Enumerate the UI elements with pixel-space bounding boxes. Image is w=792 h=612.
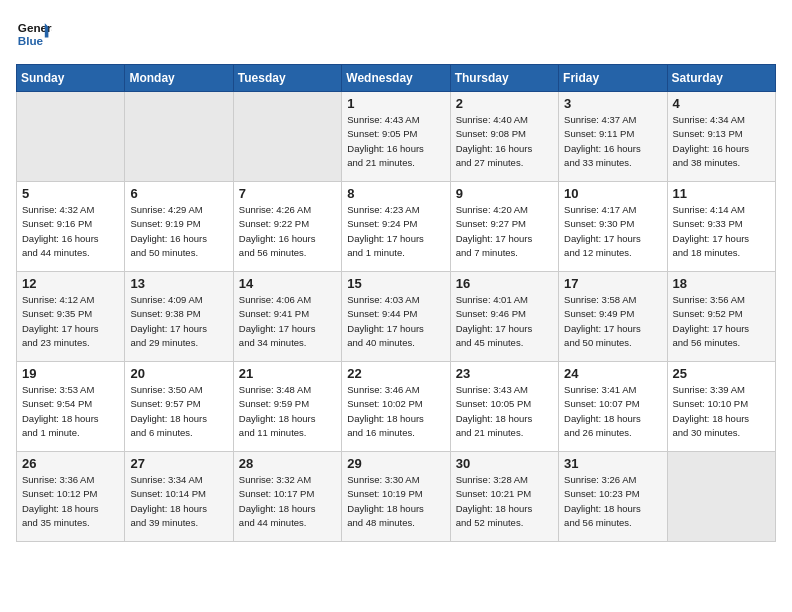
day-info: Sunrise: 4:23 AM Sunset: 9:24 PM Dayligh… xyxy=(347,203,444,260)
calendar-cell: 5Sunrise: 4:32 AM Sunset: 9:16 PM Daylig… xyxy=(17,182,125,272)
calendar-cell: 4Sunrise: 4:34 AM Sunset: 9:13 PM Daylig… xyxy=(667,92,775,182)
day-info: Sunrise: 4:40 AM Sunset: 9:08 PM Dayligh… xyxy=(456,113,553,170)
day-info: Sunrise: 4:29 AM Sunset: 9:19 PM Dayligh… xyxy=(130,203,227,260)
calendar-cell: 15Sunrise: 4:03 AM Sunset: 9:44 PM Dayli… xyxy=(342,272,450,362)
day-info: Sunrise: 3:58 AM Sunset: 9:49 PM Dayligh… xyxy=(564,293,661,350)
day-info: Sunrise: 4:37 AM Sunset: 9:11 PM Dayligh… xyxy=(564,113,661,170)
calendar-cell: 7Sunrise: 4:26 AM Sunset: 9:22 PM Daylig… xyxy=(233,182,341,272)
day-info: Sunrise: 3:50 AM Sunset: 9:57 PM Dayligh… xyxy=(130,383,227,440)
weekday-header: Thursday xyxy=(450,65,558,92)
day-info: Sunrise: 3:28 AM Sunset: 10:21 PM Daylig… xyxy=(456,473,553,530)
calendar-cell: 23Sunrise: 3:43 AM Sunset: 10:05 PM Dayl… xyxy=(450,362,558,452)
calendar-cell: 9Sunrise: 4:20 AM Sunset: 9:27 PM Daylig… xyxy=(450,182,558,272)
calendar-cell: 1Sunrise: 4:43 AM Sunset: 9:05 PM Daylig… xyxy=(342,92,450,182)
day-info: Sunrise: 4:17 AM Sunset: 9:30 PM Dayligh… xyxy=(564,203,661,260)
calendar-cell: 28Sunrise: 3:32 AM Sunset: 10:17 PM Dayl… xyxy=(233,452,341,542)
day-number: 12 xyxy=(22,276,119,291)
day-info: Sunrise: 4:26 AM Sunset: 9:22 PM Dayligh… xyxy=(239,203,336,260)
logo: General Blue xyxy=(16,16,52,52)
weekday-header: Tuesday xyxy=(233,65,341,92)
day-number: 15 xyxy=(347,276,444,291)
day-number: 14 xyxy=(239,276,336,291)
calendar-cell xyxy=(667,452,775,542)
day-info: Sunrise: 3:36 AM Sunset: 10:12 PM Daylig… xyxy=(22,473,119,530)
day-number: 9 xyxy=(456,186,553,201)
day-info: Sunrise: 3:56 AM Sunset: 9:52 PM Dayligh… xyxy=(673,293,770,350)
day-number: 19 xyxy=(22,366,119,381)
calendar-cell: 31Sunrise: 3:26 AM Sunset: 10:23 PM Dayl… xyxy=(559,452,667,542)
day-number: 21 xyxy=(239,366,336,381)
page-header: General Blue xyxy=(16,16,776,52)
day-info: Sunrise: 3:26 AM Sunset: 10:23 PM Daylig… xyxy=(564,473,661,530)
day-number: 16 xyxy=(456,276,553,291)
calendar-cell: 14Sunrise: 4:06 AM Sunset: 9:41 PM Dayli… xyxy=(233,272,341,362)
day-number: 28 xyxy=(239,456,336,471)
day-info: Sunrise: 4:01 AM Sunset: 9:46 PM Dayligh… xyxy=(456,293,553,350)
calendar-cell: 2Sunrise: 4:40 AM Sunset: 9:08 PM Daylig… xyxy=(450,92,558,182)
day-info: Sunrise: 4:09 AM Sunset: 9:38 PM Dayligh… xyxy=(130,293,227,350)
calendar-table: SundayMondayTuesdayWednesdayThursdayFrid… xyxy=(16,64,776,542)
calendar-cell: 3Sunrise: 4:37 AM Sunset: 9:11 PM Daylig… xyxy=(559,92,667,182)
day-number: 2 xyxy=(456,96,553,111)
weekday-header: Saturday xyxy=(667,65,775,92)
calendar-cell: 21Sunrise: 3:48 AM Sunset: 9:59 PM Dayli… xyxy=(233,362,341,452)
calendar-cell: 12Sunrise: 4:12 AM Sunset: 9:35 PM Dayli… xyxy=(17,272,125,362)
day-number: 23 xyxy=(456,366,553,381)
calendar-cell: 6Sunrise: 4:29 AM Sunset: 9:19 PM Daylig… xyxy=(125,182,233,272)
day-number: 10 xyxy=(564,186,661,201)
day-info: Sunrise: 4:06 AM Sunset: 9:41 PM Dayligh… xyxy=(239,293,336,350)
day-number: 22 xyxy=(347,366,444,381)
day-number: 7 xyxy=(239,186,336,201)
day-info: Sunrise: 3:39 AM Sunset: 10:10 PM Daylig… xyxy=(673,383,770,440)
weekday-header: Monday xyxy=(125,65,233,92)
day-info: Sunrise: 3:30 AM Sunset: 10:19 PM Daylig… xyxy=(347,473,444,530)
day-info: Sunrise: 3:41 AM Sunset: 10:07 PM Daylig… xyxy=(564,383,661,440)
day-number: 26 xyxy=(22,456,119,471)
calendar-cell: 17Sunrise: 3:58 AM Sunset: 9:49 PM Dayli… xyxy=(559,272,667,362)
weekday-header: Sunday xyxy=(17,65,125,92)
day-info: Sunrise: 3:32 AM Sunset: 10:17 PM Daylig… xyxy=(239,473,336,530)
calendar-cell: 18Sunrise: 3:56 AM Sunset: 9:52 PM Dayli… xyxy=(667,272,775,362)
day-number: 31 xyxy=(564,456,661,471)
calendar-cell: 25Sunrise: 3:39 AM Sunset: 10:10 PM Dayl… xyxy=(667,362,775,452)
day-info: Sunrise: 3:34 AM Sunset: 10:14 PM Daylig… xyxy=(130,473,227,530)
calendar-cell: 8Sunrise: 4:23 AM Sunset: 9:24 PM Daylig… xyxy=(342,182,450,272)
day-info: Sunrise: 3:48 AM Sunset: 9:59 PM Dayligh… xyxy=(239,383,336,440)
day-number: 13 xyxy=(130,276,227,291)
day-number: 27 xyxy=(130,456,227,471)
weekday-header: Friday xyxy=(559,65,667,92)
day-info: Sunrise: 4:43 AM Sunset: 9:05 PM Dayligh… xyxy=(347,113,444,170)
calendar-cell: 24Sunrise: 3:41 AM Sunset: 10:07 PM Dayl… xyxy=(559,362,667,452)
day-info: Sunrise: 4:14 AM Sunset: 9:33 PM Dayligh… xyxy=(673,203,770,260)
calendar-cell: 19Sunrise: 3:53 AM Sunset: 9:54 PM Dayli… xyxy=(17,362,125,452)
day-number: 24 xyxy=(564,366,661,381)
calendar-cell: 30Sunrise: 3:28 AM Sunset: 10:21 PM Dayl… xyxy=(450,452,558,542)
day-info: Sunrise: 4:20 AM Sunset: 9:27 PM Dayligh… xyxy=(456,203,553,260)
day-number: 17 xyxy=(564,276,661,291)
day-number: 3 xyxy=(564,96,661,111)
day-info: Sunrise: 4:32 AM Sunset: 9:16 PM Dayligh… xyxy=(22,203,119,260)
day-number: 5 xyxy=(22,186,119,201)
calendar-cell: 29Sunrise: 3:30 AM Sunset: 10:19 PM Dayl… xyxy=(342,452,450,542)
calendar-cell xyxy=(233,92,341,182)
calendar-cell xyxy=(17,92,125,182)
calendar-cell: 20Sunrise: 3:50 AM Sunset: 9:57 PM Dayli… xyxy=(125,362,233,452)
day-number: 30 xyxy=(456,456,553,471)
day-number: 1 xyxy=(347,96,444,111)
day-number: 11 xyxy=(673,186,770,201)
calendar-cell: 13Sunrise: 4:09 AM Sunset: 9:38 PM Dayli… xyxy=(125,272,233,362)
svg-text:Blue: Blue xyxy=(18,34,44,47)
calendar-cell: 26Sunrise: 3:36 AM Sunset: 10:12 PM Dayl… xyxy=(17,452,125,542)
calendar-cell: 22Sunrise: 3:46 AM Sunset: 10:02 PM Dayl… xyxy=(342,362,450,452)
day-number: 29 xyxy=(347,456,444,471)
calendar-cell: 27Sunrise: 3:34 AM Sunset: 10:14 PM Dayl… xyxy=(125,452,233,542)
calendar-cell: 10Sunrise: 4:17 AM Sunset: 9:30 PM Dayli… xyxy=(559,182,667,272)
day-info: Sunrise: 4:03 AM Sunset: 9:44 PM Dayligh… xyxy=(347,293,444,350)
day-number: 8 xyxy=(347,186,444,201)
weekday-header: Wednesday xyxy=(342,65,450,92)
day-number: 20 xyxy=(130,366,227,381)
logo-icon: General Blue xyxy=(16,16,52,52)
day-number: 25 xyxy=(673,366,770,381)
day-info: Sunrise: 3:53 AM Sunset: 9:54 PM Dayligh… xyxy=(22,383,119,440)
day-number: 4 xyxy=(673,96,770,111)
